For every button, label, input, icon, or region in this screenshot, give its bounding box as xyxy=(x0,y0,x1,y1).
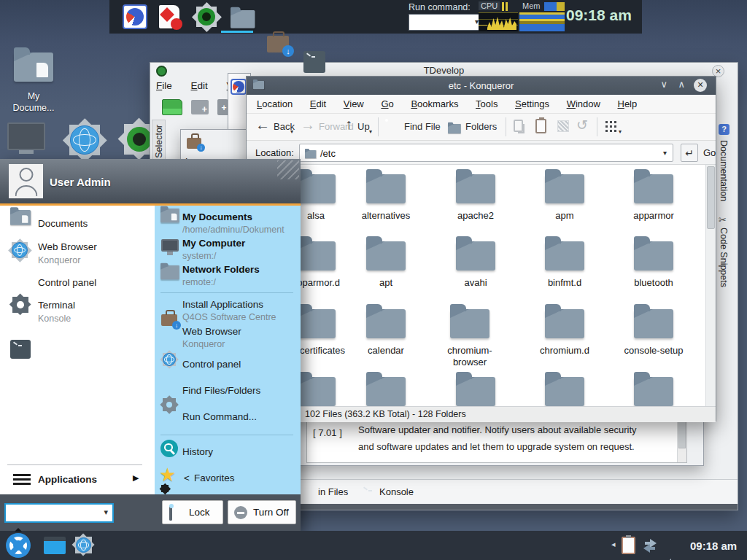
tdevelop-tab-find-in-files[interactable]: in Files xyxy=(318,486,348,497)
maximize-button[interactable]: ∧ xyxy=(678,79,685,90)
shade-button[interactable]: ∨ xyxy=(660,79,667,90)
view-mode-dropdown-icon[interactable]: ▾ xyxy=(619,128,622,135)
open-folder-icon[interactable] xyxy=(162,99,182,115)
menu-item-web-browser[interactable]: Web Browser xyxy=(38,241,97,252)
menu-location[interactable]: Location xyxy=(257,98,293,109)
tray-collapse-icon[interactable]: ◂ xyxy=(611,540,616,549)
find-file-label[interactable]: Find File xyxy=(404,121,441,132)
go-label[interactable]: Go xyxy=(703,147,716,158)
task-show-desktop[interactable] xyxy=(44,537,66,554)
menu-tools[interactable]: Tools xyxy=(476,98,498,109)
folder-item[interactable]: avahi xyxy=(433,241,518,289)
launcher-files-app[interactable] xyxy=(231,10,270,39)
menu-bookmarks[interactable]: Bookmarks xyxy=(411,98,458,109)
menu-open-indicator xyxy=(15,528,22,532)
konqueror-titlebar[interactable]: etc - Konqueror ∨ ∧ × xyxy=(247,77,716,95)
menu-item-control-panel-2[interactable]: Control panel xyxy=(182,359,241,370)
launcher-pie-app[interactable] xyxy=(123,4,147,29)
menu-go[interactable]: Go xyxy=(381,98,393,109)
folder-icon xyxy=(545,241,584,271)
menu-window[interactable]: Window xyxy=(567,98,600,109)
pattern-icon[interactable] xyxy=(557,120,569,132)
menu-item-history[interactable]: History xyxy=(182,446,213,457)
folder-item[interactable]: bluetooth xyxy=(611,241,696,289)
cpu-graph[interactable] xyxy=(479,12,518,31)
tdevelop-tab-documentation[interactable]: Documentation xyxy=(719,140,729,201)
folder-item[interactable] xyxy=(611,377,696,406)
back-dropdown-icon[interactable]: ▾ xyxy=(290,128,293,135)
menu-item-control-panel[interactable]: Control panel xyxy=(38,277,96,288)
close-button[interactable]: × xyxy=(694,79,707,92)
tdevelop-menu-edit[interactable]: Edit xyxy=(191,80,208,91)
go-enter-button[interactable]: ↵ xyxy=(681,144,698,162)
menu-item-documents[interactable]: Documents xyxy=(38,218,88,229)
tdevelop-tab-code-snippets[interactable]: Code Snippets xyxy=(719,228,729,287)
undo-icon[interactable]: ↺ xyxy=(576,117,588,133)
panel-clock[interactable]: 09:18 am xyxy=(566,7,632,24)
folder-icon xyxy=(634,174,673,203)
folders-view-icon[interactable] xyxy=(448,124,461,133)
folder-item[interactable]: apache2 xyxy=(433,174,518,222)
menu-item-my-documents[interactable]: My Documents xyxy=(182,211,252,222)
tdevelop-menu-file[interactable]: File xyxy=(156,80,172,91)
paste-icon[interactable] xyxy=(535,119,546,133)
file-view-scrollbar[interactable] xyxy=(705,165,716,406)
folder-item[interactable]: chromium.d xyxy=(522,309,607,357)
folders-label[interactable]: Folders xyxy=(465,121,497,132)
menu-view[interactable]: View xyxy=(344,98,364,109)
folder-item[interactable]: console-setup xyxy=(611,309,696,357)
menu-item-find-files[interactable]: Find Files/Folders xyxy=(182,385,260,396)
menu-item-network-folders[interactable]: Network Folders xyxy=(182,264,260,275)
desktop-icon-konqueror[interactable] xyxy=(64,120,105,160)
copy-icon[interactable] xyxy=(514,120,523,132)
menu-item-run-command[interactable]: Run Command... xyxy=(182,411,257,422)
folder-item[interactable]: apt xyxy=(344,241,428,289)
desktop-icon-my-documents[interactable]: My Docume... xyxy=(6,47,61,114)
start-button[interactable] xyxy=(6,533,31,558)
up-label[interactable]: Up xyxy=(357,121,370,132)
menu-settings[interactable]: Settings xyxy=(515,98,549,109)
run-command-combo[interactable]: ▾ xyxy=(409,14,483,31)
location-input[interactable]: /etc ▾ xyxy=(299,144,673,162)
menu-help[interactable]: Help xyxy=(618,98,638,109)
menu-item-install-applications[interactable]: Install Applications xyxy=(182,299,263,310)
up-dropdown-icon[interactable]: ▾ xyxy=(369,128,372,135)
folder-item[interactable] xyxy=(344,377,428,406)
tray-clipboard-icon[interactable] xyxy=(622,537,635,554)
menu-item-favorites[interactable]: Favorites xyxy=(194,472,235,483)
menu-item-terminal[interactable]: Terminal xyxy=(38,300,75,311)
launcher-software-center[interactable]: ↓ xyxy=(267,36,289,52)
folder-item[interactable]: chromium-browser xyxy=(433,309,506,368)
menu-item-my-computer[interactable]: My Computer xyxy=(182,238,245,249)
folder-item[interactable]: binfmt.d xyxy=(522,241,607,289)
folder-item[interactable]: alternatives xyxy=(344,174,428,222)
software-list-scrollbar[interactable] xyxy=(677,420,686,462)
folder-item[interactable] xyxy=(522,377,607,406)
folder-item[interactable]: calendar xyxy=(344,309,428,357)
launcher-terminal-app[interactable] xyxy=(303,51,325,73)
forward-icon[interactable]: → xyxy=(301,117,315,133)
tdevelop-tab-konsole[interactable]: Konsole xyxy=(379,486,414,497)
menu-edit[interactable]: Edit xyxy=(310,98,326,109)
cpu-mini-meter xyxy=(502,2,508,11)
folder-item[interactable] xyxy=(433,377,518,406)
folder-icon xyxy=(366,309,406,338)
view-mode-icon[interactable] xyxy=(605,121,608,123)
menu-item-web-browser-2[interactable]: Web Browser xyxy=(182,326,241,337)
new-window-icon[interactable]: + xyxy=(191,100,209,114)
launcher-green-gear-app[interactable] xyxy=(193,3,220,31)
up-icon[interactable]: ↑ xyxy=(345,116,352,133)
menu-item-applications[interactable]: Applications xyxy=(38,474,97,485)
turn-off-button[interactable]: Turn Off xyxy=(228,500,296,524)
mem-graph[interactable] xyxy=(519,12,565,31)
folder-item[interactable]: apm xyxy=(522,174,607,222)
location-dropdown-icon[interactable]: ▾ xyxy=(663,149,667,157)
search-combo-dropdown-icon[interactable]: ▾ xyxy=(104,508,108,517)
folder-item[interactable]: apparmor xyxy=(611,174,696,222)
launcher-red-doc-app[interactable] xyxy=(159,5,179,28)
task-konqueror[interactable] xyxy=(73,534,94,556)
desktop-icon-my-computer[interactable] xyxy=(7,122,45,150)
search-combo[interactable]: ▾ xyxy=(4,503,114,523)
back-icon[interactable]: ← xyxy=(255,117,270,133)
taskbar-clock[interactable]: 09:18 am xyxy=(690,540,737,552)
